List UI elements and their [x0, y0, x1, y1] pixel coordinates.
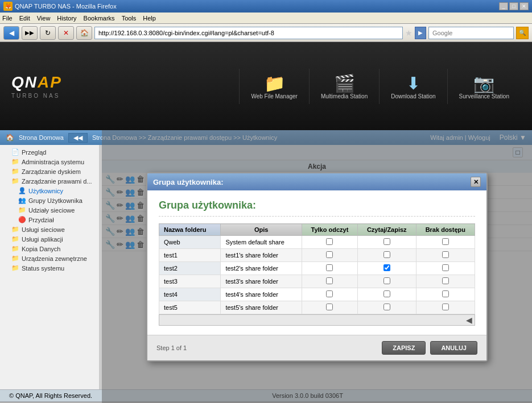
readwrite-cell-0	[357, 236, 416, 249]
readwrite-checkbox-3[interactable]	[383, 277, 390, 284]
noaccess-checkbox-4[interactable]	[442, 290, 449, 297]
sidebar-item-grupy[interactable]: 👥 Grupy Użytkownika	[0, 196, 99, 205]
readwrite-cell-3	[357, 275, 416, 288]
description-cell-2: test2's share folder	[221, 262, 302, 275]
reload-button[interactable]: ↻	[40, 26, 56, 40]
readonly-cell-0	[302, 236, 357, 249]
sidebar-item-kopia[interactable]: 📁 Kopia Danych	[0, 244, 99, 254]
readwrite-checkbox-2[interactable]	[383, 264, 390, 271]
modal-buttons: ZAPISZ ANULUJ	[382, 341, 477, 355]
readonly-checkbox-1[interactable]	[326, 251, 333, 258]
copyright-text: © QNAP, All Rights Reserved.	[9, 392, 92, 399]
readwrite-checkbox-4[interactable]	[383, 290, 390, 297]
table-scroll-area: ◀	[159, 314, 475, 326]
col-description-header: Opis	[221, 224, 302, 236]
maximize-button[interactable]: □	[509, 2, 518, 10]
backup-icon: 📁	[11, 245, 19, 252]
col-readonly-header: Tylko odczyt	[302, 224, 357, 236]
description-cell-1: test1's share folder	[221, 249, 302, 262]
menu-file[interactable]: File	[2, 15, 13, 22]
app-surveillance-station[interactable]: 📷 Surveillance Station	[447, 69, 521, 104]
collapse-button[interactable]: ◀◀	[68, 133, 88, 143]
address-bar[interactable]	[94, 27, 403, 39]
readonly-checkbox-3[interactable]	[326, 277, 333, 284]
cancel-button[interactable]: ANULUJ	[430, 341, 477, 355]
menu-tools[interactable]: Tools	[122, 15, 137, 22]
readwrite-checkbox-5[interactable]	[383, 304, 390, 310]
folder-cell-2: test2	[159, 262, 221, 275]
bookmark-star-icon[interactable]: ★	[405, 28, 413, 38]
sidebar-item-uslugi-sieciowe[interactable]: 📁 Usługi sieciowe	[0, 225, 99, 234]
network-icon: 📁	[11, 226, 19, 233]
download-station-label: Download Station	[391, 93, 435, 99]
sidebar-item-uzytkownicy[interactable]: 👤 Użytkownicy	[0, 186, 99, 196]
sidebar-item-status[interactable]: 📁 Status systemu	[0, 263, 99, 273]
noaccess-checkbox-3[interactable]	[442, 277, 449, 284]
browser-titlebar: 🦊 QNAP TURBO NAS - Mozilla Firefox _ □ ✕	[0, 0, 532, 13]
back-button[interactable]: ◀	[3, 26, 19, 40]
noaccess-checkbox-1[interactable]	[442, 251, 449, 258]
search-button[interactable]: 🔍	[516, 27, 529, 39]
web-file-manager-icon: 📁	[264, 73, 285, 93]
description-cell-5: test5's share folder	[221, 301, 302, 314]
sidebar-item-udzialy[interactable]: 📁 Udziały sieciowe	[0, 205, 99, 215]
forward-button[interactable]: ▶▶	[22, 26, 38, 40]
save-button[interactable]: ZAPISZ	[382, 341, 426, 355]
noaccess-checkbox-0[interactable]	[442, 238, 449, 245]
menu-history[interactable]: History	[57, 15, 76, 22]
readonly-cell-5	[302, 301, 357, 314]
app-web-file-manager[interactable]: 📁 Web File Manager	[239, 69, 309, 104]
noaccess-checkbox-2[interactable]	[442, 264, 449, 271]
app-multimedia-station[interactable]: 🎬 Multimedia Station	[309, 69, 379, 104]
scroll-right-arrow[interactable]: ◀	[466, 315, 472, 325]
folder-icon-prawa: 📁	[11, 177, 19, 185]
readonly-checkbox-5[interactable]	[326, 304, 333, 310]
stop-button[interactable]: ✕	[58, 26, 74, 40]
readwrite-cell-5	[357, 301, 416, 314]
app-services-icon: 📁	[11, 235, 19, 243]
window-controls[interactable]: _ □ ✕	[499, 2, 529, 10]
document-icon: 📄	[11, 148, 19, 156]
main-content: 📄 Przegląd 📁 Administracja systemu 📁 Zar…	[0, 145, 532, 389]
go-button[interactable]: ▶	[415, 27, 426, 39]
sidebar-item-prawa[interactable]: 📁 Zarządzanie prawami d...	[0, 176, 99, 186]
sidebar-item-przeglad[interactable]: 📄 Przegląd	[0, 147, 99, 157]
noaccess-cell-3	[416, 275, 475, 288]
col-readwrite-header: Czytaj/Zapisz	[357, 224, 416, 236]
readwrite-checkbox-1[interactable]	[383, 251, 390, 258]
menu-view[interactable]: View	[37, 15, 51, 22]
modal-close-button[interactable]: ✕	[471, 177, 481, 187]
readonly-checkbox-0[interactable]	[326, 238, 333, 245]
sidebar-item-dysk[interactable]: 📁 Zarządzanie dyskiem	[0, 167, 99, 176]
nav-home-link[interactable]: Strona Domowa	[19, 134, 64, 141]
table-row: QwebSystem default share	[159, 236, 475, 249]
noaccess-checkbox-5[interactable]	[442, 304, 449, 310]
table-row: test4test4's share folder	[159, 288, 475, 301]
sidebar-item-uslugi-aplikacji[interactable]: 📁 Usługi aplikacji	[0, 234, 99, 244]
search-input[interactable]	[428, 27, 514, 39]
home-button[interactable]: 🏠	[76, 26, 92, 40]
noaccess-cell-5	[416, 301, 475, 314]
browser-icon: 🦊	[3, 2, 13, 11]
minimize-button[interactable]: _	[499, 2, 508, 10]
quota-icon: 🔴	[18, 216, 26, 223]
menu-bookmarks[interactable]: Bookmarks	[84, 15, 115, 22]
permissions-table: Nazwa folderu Opis Tylko odczyt Czytaj/Z…	[159, 223, 475, 314]
readwrite-checkbox-0[interactable]	[383, 238, 390, 245]
readonly-checkbox-2[interactable]	[326, 264, 333, 271]
share-icon: 📁	[18, 206, 26, 214]
close-window-button[interactable]: ✕	[519, 2, 529, 10]
menu-edit[interactable]: Edit	[19, 15, 30, 22]
sidebar-item-urzadzenia[interactable]: 📁 Urządzenia zewnętrzne	[0, 254, 99, 263]
menu-help[interactable]: Help	[143, 15, 156, 22]
qnap-subtitle: TURBO NAS	[11, 93, 62, 99]
sidebar-item-administracja[interactable]: 📁 Administracja systemu	[0, 157, 99, 167]
app-download-station[interactable]: ⬇ Download Station	[379, 69, 447, 104]
noaccess-cell-0	[416, 236, 475, 249]
readwrite-cell-2	[357, 262, 416, 275]
sidebar-item-przydział[interactable]: 🔴 Przydział	[0, 215, 99, 225]
noaccess-cell-1	[416, 249, 475, 262]
modal-footer: Step 1 of 1 ZAPISZ ANULUJ	[147, 335, 486, 360]
web-file-manager-label: Web File Manager	[251, 93, 298, 99]
readonly-checkbox-4[interactable]	[326, 290, 333, 297]
